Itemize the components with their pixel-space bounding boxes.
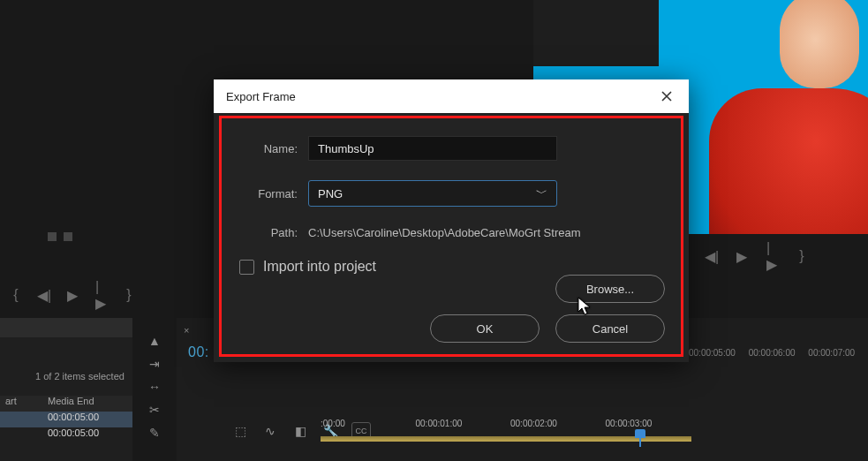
cancel-button-label: Cancel — [593, 322, 628, 336]
ripple-tool-icon[interactable]: ↔ — [146, 378, 163, 396]
col-a-label: art — [0, 396, 44, 412]
timeline-ruler-visible: 00:00:05:00 00:00:06:00 00:00:07:00 — [689, 348, 868, 364]
playhead-icon[interactable] — [635, 429, 645, 447]
chevron-down-icon: ﹀ — [536, 185, 547, 201]
cell — [0, 427, 44, 443]
timeline-scrub-area[interactable] — [321, 431, 691, 443]
program-transport-controls: ◀| ▶ |▶ } — [706, 246, 868, 266]
name-label: Name: — [239, 142, 298, 155]
export-frame-dialog: Export Frame Name: ThumbsUp Format: PNG … — [214, 79, 689, 362]
close-icon[interactable] — [657, 87, 676, 106]
browse-button-label: Browse... — [586, 283, 634, 296]
project-row[interactable]: 00:00:05:00 — [0, 427, 132, 443]
source-transport-controls: { ◀| ▶ |▶ } — [11, 285, 170, 305]
project-columns[interactable]: art Media End — [0, 396, 132, 412]
pen-tool-icon[interactable]: ✎ — [146, 424, 163, 442]
sequence-tab[interactable] — [184, 325, 192, 336]
dialog-body: Name: ThumbsUp Format: PNG ﹀ Path: C:\Us… — [222, 118, 681, 354]
format-select[interactable]: PNG ﹀ — [308, 180, 557, 207]
panel-icons — [48, 232, 72, 241]
step-back-icon[interactable]: ◀| — [39, 290, 49, 300]
step-fwd-icon[interactable]: |▶ — [95, 290, 106, 300]
path-label: Path: — [239, 226, 298, 239]
marker-icon[interactable]: ◧ — [291, 422, 309, 440]
razor-tool-icon[interactable]: ✂ — [146, 401, 163, 419]
format-label: Format: — [239, 187, 298, 200]
col-b-label: Media End — [44, 396, 94, 412]
step-fwd-icon[interactable]: |▶ — [766, 251, 777, 261]
name-input-value: ThumbsUp — [318, 142, 374, 155]
cancel-button[interactable]: Cancel — [555, 314, 665, 343]
ok-button[interactable]: OK — [430, 314, 540, 343]
cell — [0, 412, 44, 427]
link-icon[interactable]: ∿ — [261, 422, 279, 440]
tool-column: ▲ ⇥ ↔ ✂ ✎ — [141, 327, 168, 447]
project-row[interactable]: 00:00:05:00 — [0, 412, 132, 427]
dialog-title: Export Frame — [226, 90, 296, 103]
ruler-tick: 00:00:07:00 — [808, 348, 868, 364]
mark-in-icon[interactable]: { — [11, 290, 21, 300]
path-value: C:\Users\Caroline\Desktop\AdobeCare\MoGr… — [308, 226, 581, 239]
project-panel-tabs[interactable] — [0, 318, 132, 337]
cell: 00:00:05:00 — [44, 427, 99, 443]
cell: 00:00:05:00 — [44, 412, 99, 427]
mark-out-icon[interactable]: } — [796, 251, 807, 261]
preview-person — [700, 0, 868, 234]
ok-button-label: OK — [477, 322, 494, 336]
name-input[interactable]: ThumbsUp — [308, 136, 557, 161]
play-icon[interactable]: ▶ — [67, 290, 78, 300]
preview-blank-area — [533, 0, 659, 66]
selection-count: 1 of 2 items selected — [35, 371, 125, 382]
play-icon[interactable]: ▶ — [736, 251, 747, 261]
browse-button[interactable]: Browse... — [555, 275, 665, 303]
import-into-project-checkbox[interactable]: Import into project — [239, 259, 663, 275]
checkbox-icon — [239, 260, 254, 275]
step-back-icon[interactable]: ◀| — [706, 251, 717, 261]
magnet-icon[interactable]: ⬚ — [231, 422, 249, 440]
timeline-timecode[interactable]: 00: — [188, 344, 209, 360]
import-label: Import into project — [263, 259, 376, 275]
selection-tool-icon[interactable]: ▲ — [146, 332, 163, 350]
format-select-value: PNG — [318, 187, 343, 200]
ruler-tick: 00:00:06:00 — [749, 348, 809, 364]
dialog-titlebar[interactable]: Export Frame — [214, 79, 689, 113]
track-select-tool-icon[interactable]: ⇥ — [146, 355, 163, 373]
ruler-tick: 00:00:05:00 — [689, 348, 749, 364]
mark-out-icon[interactable]: } — [124, 290, 134, 300]
